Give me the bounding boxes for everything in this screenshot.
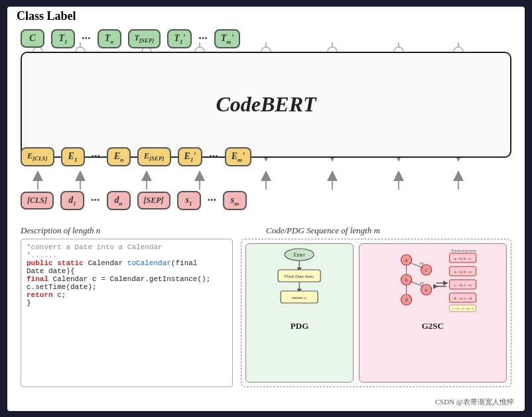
g2sc-box: a b d c e e₁ e₂	[359, 243, 507, 383]
token-T1: T1	[51, 29, 75, 49]
svg-text:1→2→3→4→5: 1→2→3→4→5	[452, 307, 474, 310]
embedding-row: E[CLS] E1 ··· En E[SEP] E1' ··· Em'	[21, 147, 511, 167]
code-line-8: }	[27, 299, 227, 307]
code-line-2: *......	[27, 251, 227, 259]
svg-text:Traversal process: Traversal process	[450, 249, 476, 253]
dots-6: ···	[208, 194, 217, 208]
input-SEP: [SEP]	[137, 192, 170, 209]
input-CLS: [CLS]	[21, 192, 54, 209]
embed-Em: Em'	[225, 147, 251, 167]
code-line-4: Date date){	[27, 267, 227, 275]
svg-text:a→d, b→e: a→d, b→e	[454, 270, 472, 274]
dots-3: ···	[92, 150, 101, 164]
code-box: *convert a Date into a Calendar *...... …	[21, 239, 233, 387]
svg-text:e: e	[425, 287, 428, 293]
desc-right: Code/PDG Sequence of length m	[266, 225, 511, 236]
input-d1: d1	[60, 191, 84, 211]
footer: CSDN @衣带渐宽人憔悴	[435, 397, 514, 407]
top-token-row: C T1 ··· Tn T[SEP] T1' ··· Tm'	[21, 29, 511, 49]
dots-5: ···	[91, 194, 100, 208]
class-label-text: Class Label	[17, 9, 76, 23]
token-C: C	[21, 29, 44, 48]
embed-En: En	[107, 147, 131, 167]
svg-text:b: b	[405, 277, 407, 283]
svg-text:Enter: Enter	[294, 252, 306, 258]
pdg-label: PDG	[291, 321, 308, 331]
embed-CLS: E[CLS]	[21, 147, 54, 166]
svg-text:Final Date date;: Final Date date;	[285, 274, 314, 279]
codebert-label: CodeBERT	[216, 92, 316, 117]
embed-E1prime: E1'	[178, 147, 203, 167]
svg-text:a→b, b→c: a→b, b→c	[454, 257, 472, 261]
svg-text:e₂: e₂	[419, 280, 423, 286]
svg-text:a: a	[405, 257, 408, 263]
dots-1: ···	[82, 32, 91, 46]
desc-left: Description of length n	[21, 225, 266, 236]
code-line-1: *convert a Date into a Calendar	[27, 243, 227, 251]
input-s1: s1	[177, 191, 201, 211]
pdg-box: Enter Final Date date; return c;	[245, 243, 353, 383]
code-line-5: final Calendar c = Calendar.getInstance(…	[27, 275, 227, 283]
embed-ESEP: E[SEP]	[137, 147, 171, 166]
token-Tn: Tn	[98, 29, 121, 49]
token-T1prime: T1'	[167, 29, 192, 49]
input-token-row: [CLS] d1 ··· dn [SEP] s1 ··· sm	[21, 191, 511, 211]
input-sm: sm	[223, 191, 247, 211]
svg-text:c→d, c→e: c→d, c→e	[454, 283, 471, 287]
diagram-area: Enter Final Date date; return c;	[241, 239, 511, 387]
input-dn: dn	[107, 191, 131, 211]
codebert-box: CodeBERT	[21, 52, 511, 158]
footer-text: CSDN @衣带渐宽人憔悴	[435, 398, 514, 406]
token-TSEP: T[SEP]	[128, 29, 161, 48]
description-labels: Description of length n Code/PDG Sequenc…	[21, 225, 511, 236]
token-Tm: Tm'	[214, 29, 240, 49]
dots-2: ···	[198, 32, 208, 46]
code-line-6: c.setTime(date);	[27, 283, 227, 291]
g2sc-label: G2SC	[422, 321, 444, 331]
embed-E1: E1	[61, 147, 85, 167]
svg-text:d: d	[405, 297, 407, 303]
main-container: Class Label C T1 ··· Tn T[SEP] T1' ··· T…	[7, 7, 525, 411]
dots-4: ···	[209, 150, 218, 164]
svg-text:return c;: return c;	[292, 295, 308, 300]
class-label-section: Class Label	[17, 9, 76, 23]
code-line-3: public static Calendar toCalendar(final	[27, 259, 227, 267]
svg-text:e₁: e₁	[419, 261, 423, 266]
code-line-7: return c;	[27, 291, 227, 299]
bottom-content: *convert a Date into a Calendar *...... …	[21, 239, 511, 387]
svg-text:c: c	[425, 267, 428, 273]
svg-text:d→e, e→d: d→e, e→d	[454, 296, 471, 300]
